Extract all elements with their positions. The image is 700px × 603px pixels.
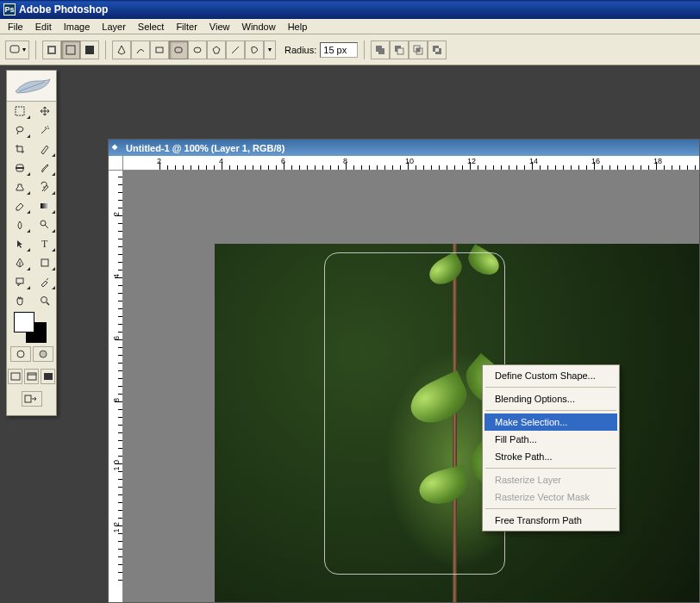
- menu-edit[interactable]: Edit: [29, 21, 58, 33]
- tool-panel: T: [6, 70, 57, 416]
- menu-select[interactable]: Select: [132, 21, 171, 33]
- ruler-vertical[interactable]: 024681 01 2: [109, 171, 123, 602]
- tool-panel-header[interactable]: [7, 71, 56, 102]
- ruler-horizontal[interactable]: 24681012141618: [123, 156, 699, 171]
- context-item-rasterize-layer: Rasterize Layer: [484, 471, 617, 488]
- menu-file[interactable]: File: [2, 21, 29, 33]
- context-item-fill-path[interactable]: Fill Path...: [484, 431, 617, 448]
- blur-tool-icon[interactable]: [7, 215, 32, 234]
- add-to-path-icon[interactable]: [371, 40, 390, 59]
- svg-rect-39: [25, 395, 31, 402]
- ruler-origin[interactable]: [109, 156, 123, 171]
- crop-tool-icon[interactable]: [7, 140, 32, 159]
- paths-button[interactable]: [61, 40, 80, 59]
- svg-point-32: [17, 351, 24, 357]
- standard-mode-icon[interactable]: [10, 346, 31, 362]
- tool-preset-picker[interactable]: ▾: [5, 40, 29, 59]
- lasso-tool-icon[interactable]: [7, 121, 32, 140]
- svg-rect-19: [435, 48, 439, 52]
- foreground-color[interactable]: [14, 312, 34, 333]
- fill-pixels-button[interactable]: [80, 40, 99, 59]
- svg-rect-24: [41, 203, 49, 208]
- jump-to-imageready-icon[interactable]: [22, 391, 42, 407]
- svg-rect-38: [44, 373, 53, 380]
- menubar: File Edit Image Layer Select Filter View…: [0, 19, 700, 34]
- app-icon: Ps: [3, 3, 16, 16]
- svg-point-30: [41, 297, 47, 303]
- slice-tool-icon[interactable]: [32, 140, 57, 159]
- document-icon: ◆: [112, 143, 122, 153]
- svg-point-34: [40, 351, 47, 357]
- svg-rect-21: [16, 107, 24, 115]
- menu-help[interactable]: Help: [282, 21, 314, 33]
- freeform-pen-icon[interactable]: [131, 40, 150, 59]
- shape-pen-tools: ▾: [112, 40, 276, 59]
- app-title: Adobe Photoshop: [19, 3, 108, 16]
- notes-tool-icon[interactable]: [7, 272, 32, 291]
- exclude-path-icon[interactable]: [428, 40, 447, 59]
- svg-line-26: [45, 225, 48, 228]
- svg-rect-35: [11, 373, 20, 380]
- context-item-make-selection[interactable]: Make Selection...: [484, 413, 617, 431]
- menu-filter[interactable]: Filter: [170, 21, 203, 33]
- rounded-rectangle-shape-icon[interactable]: [169, 40, 188, 59]
- history-brush-icon[interactable]: [32, 177, 57, 196]
- shape-layers-button[interactable]: [42, 40, 61, 59]
- line-shape-icon[interactable]: [226, 40, 245, 59]
- gradient-tool-icon[interactable]: [32, 196, 57, 215]
- context-item-blending-options[interactable]: Blending Options...: [484, 390, 617, 407]
- brush-tool-icon[interactable]: [32, 159, 57, 177]
- eraser-tool-icon[interactable]: [7, 196, 32, 215]
- pen-tool-icon[interactable]: [7, 253, 32, 272]
- type-tool-icon[interactable]: T: [32, 234, 57, 253]
- svg-rect-0: [10, 46, 19, 53]
- subtract-from-path-icon[interactable]: [390, 40, 409, 59]
- svg-rect-11: [378, 48, 384, 54]
- intersect-path-icon[interactable]: [409, 40, 428, 59]
- stamp-tool-icon[interactable]: [7, 177, 32, 196]
- shape-options-dropdown[interactable]: ▾: [264, 40, 276, 59]
- context-item-stroke-path[interactable]: Stroke Path...: [484, 448, 617, 465]
- marquee-tool-icon[interactable]: [7, 102, 32, 121]
- screen-full-menubar-icon[interactable]: [24, 369, 39, 384]
- menu-window[interactable]: Window: [236, 21, 282, 33]
- svg-rect-13: [397, 48, 403, 54]
- screen-standard-icon[interactable]: [8, 369, 22, 384]
- context-item-free-transform-path[interactable]: Free Transform Path: [484, 512, 617, 529]
- svg-rect-28: [41, 259, 48, 266]
- ellipse-shape-icon[interactable]: [188, 40, 207, 59]
- path-combine-buttons: [371, 40, 447, 59]
- svg-rect-29: [16, 278, 23, 283]
- svg-marker-8: [213, 47, 220, 53]
- context-item-define-custom-shape[interactable]: Define Custom Shape...: [484, 367, 617, 384]
- wand-tool-icon[interactable]: [32, 121, 57, 140]
- menu-layer[interactable]: Layer: [96, 21, 132, 33]
- menu-image[interactable]: Image: [58, 21, 97, 33]
- screen-full-icon[interactable]: [41, 369, 55, 384]
- options-bar: ▾ ▾ Radius:: [0, 34, 700, 65]
- shape-tool-icon[interactable]: [32, 253, 57, 272]
- svg-rect-36: [28, 373, 36, 380]
- pen-icon[interactable]: [112, 40, 131, 59]
- svg-rect-4: [85, 46, 94, 54]
- custom-shape-icon[interactable]: [245, 40, 264, 59]
- quickmask-mode-icon[interactable]: [33, 346, 53, 362]
- menu-view[interactable]: View: [203, 21, 236, 33]
- zoom-tool-icon[interactable]: [32, 291, 57, 310]
- document-titlebar[interactable]: ◆ Untitled-1 @ 100% (Layer 1, RGB/8): [109, 140, 699, 156]
- svg-rect-6: [175, 47, 182, 53]
- color-swatches: [7, 310, 56, 343]
- context-item-rasterize-vector-mask: Rasterize Vector Mask: [484, 488, 617, 506]
- rectangle-shape-icon[interactable]: [150, 40, 169, 59]
- titlebar: Ps Adobe Photoshop: [0, 0, 700, 19]
- path-select-tool-icon[interactable]: [7, 234, 32, 253]
- radius-input[interactable]: [320, 42, 358, 58]
- dodge-tool-icon[interactable]: [32, 215, 57, 234]
- polygon-shape-icon[interactable]: [207, 40, 226, 59]
- tool-grid: T: [7, 102, 56, 310]
- hand-tool-icon[interactable]: [7, 291, 32, 310]
- healing-brush-icon[interactable]: [7, 159, 32, 177]
- eyedropper-tool-icon[interactable]: [32, 272, 57, 291]
- document-title: Untitled-1 @ 100% (Layer 1, RGB/8): [126, 143, 284, 153]
- move-tool-icon[interactable]: [32, 102, 57, 121]
